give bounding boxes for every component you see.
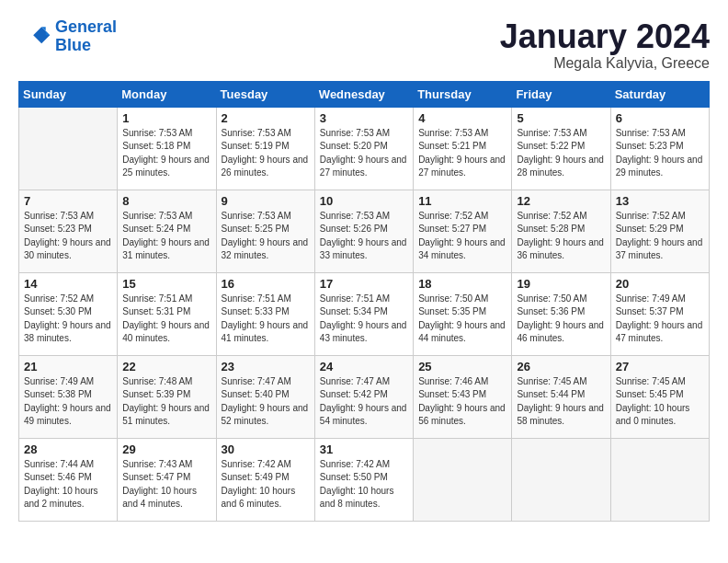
day-info: Sunrise: 7:53 AMSunset: 5:19 PMDaylight:… <box>222 127 310 180</box>
day-number: 19 <box>517 277 605 291</box>
week-row-1: 7Sunrise: 7:53 AMSunset: 5:23 PMDaylight… <box>19 190 710 272</box>
day-info: Sunrise: 7:51 AMSunset: 5:31 PMDaylight:… <box>122 293 210 346</box>
day-number: 8 <box>122 194 210 208</box>
calendar-cell: 24Sunrise: 7:47 AMSunset: 5:42 PMDayligh… <box>314 355 413 438</box>
title-area: January 2024 Megala Kalyvia, Greece <box>500 18 710 72</box>
calendar-cell: 20Sunrise: 7:49 AMSunset: 5:37 PMDayligh… <box>610 272 709 355</box>
day-info: Sunrise: 7:47 AMSunset: 5:40 PMDaylight:… <box>222 375 310 429</box>
day-number: 4 <box>418 111 506 125</box>
calendar-cell: 10Sunrise: 7:53 AMSunset: 5:26 PMDayligh… <box>314 190 413 272</box>
day-info: Sunrise: 7:52 AMSunset: 5:29 PMDaylight:… <box>616 210 704 263</box>
calendar-cell: 4Sunrise: 7:53 AMSunset: 5:21 PMDaylight… <box>414 107 512 190</box>
day-number: 5 <box>517 111 605 125</box>
day-number: 18 <box>418 277 506 291</box>
calendar-cell: 21Sunrise: 7:49 AMSunset: 5:38 PMDayligh… <box>19 355 118 438</box>
day-info: Sunrise: 7:53 AMSunset: 5:21 PMDaylight:… <box>418 127 506 180</box>
day-info: Sunrise: 7:53 AMSunset: 5:18 PMDaylight:… <box>122 127 210 180</box>
calendar-cell: 1Sunrise: 7:53 AMSunset: 5:18 PMDaylight… <box>118 107 216 190</box>
day-number: 10 <box>320 194 408 208</box>
day-number: 12 <box>517 194 605 208</box>
day-number: 1 <box>122 111 210 125</box>
header-row: SundayMondayTuesdayWednesdayThursdayFrid… <box>19 81 710 107</box>
day-info: Sunrise: 7:47 AMSunset: 5:42 PMDaylight:… <box>320 375 408 429</box>
day-info: Sunrise: 7:53 AMSunset: 5:23 PMDaylight:… <box>24 210 112 263</box>
location: Megala Kalyvia, Greece <box>500 55 710 72</box>
header-day-sunday: Sunday <box>19 81 118 107</box>
header: General Blue January 2024 Megala Kalyvia… <box>18 18 710 72</box>
calendar-cell: 2Sunrise: 7:53 AMSunset: 5:19 PMDaylight… <box>216 107 314 190</box>
calendar-cell: 30Sunrise: 7:42 AMSunset: 5:49 PMDayligh… <box>216 438 314 521</box>
calendar-cell: 15Sunrise: 7:51 AMSunset: 5:31 PMDayligh… <box>118 272 216 355</box>
day-number: 9 <box>222 194 310 208</box>
day-info: Sunrise: 7:53 AMSunset: 5:23 PMDaylight:… <box>616 127 704 180</box>
day-number: 14 <box>24 277 112 291</box>
calendar-cell: 18Sunrise: 7:50 AMSunset: 5:35 PMDayligh… <box>414 272 512 355</box>
day-number: 27 <box>616 360 704 373</box>
day-number: 20 <box>616 277 704 291</box>
header-day-wednesday: Wednesday <box>314 81 413 107</box>
header-day-saturday: Saturday <box>610 81 709 107</box>
calendar-cell <box>19 107 118 190</box>
day-number: 28 <box>24 442 112 456</box>
header-day-friday: Friday <box>512 81 610 107</box>
day-number: 6 <box>616 111 704 125</box>
calendar-cell: 12Sunrise: 7:52 AMSunset: 5:28 PMDayligh… <box>512 190 610 272</box>
month-title: January 2024 <box>500 18 710 55</box>
calendar-cell: 14Sunrise: 7:52 AMSunset: 5:30 PMDayligh… <box>19 272 118 355</box>
calendar-cell: 29Sunrise: 7:43 AMSunset: 5:47 PMDayligh… <box>118 438 216 521</box>
day-info: Sunrise: 7:49 AMSunset: 5:37 PMDaylight:… <box>616 293 704 346</box>
logo-line2: Blue <box>55 36 91 54</box>
day-number: 3 <box>320 111 408 125</box>
day-number: 16 <box>222 277 310 291</box>
calendar-cell: 19Sunrise: 7:50 AMSunset: 5:36 PMDayligh… <box>512 272 610 355</box>
header-day-monday: Monday <box>118 81 216 107</box>
day-info: Sunrise: 7:42 AMSunset: 5:49 PMDaylight:… <box>222 458 310 511</box>
day-number: 26 <box>517 360 605 373</box>
day-info: Sunrise: 7:45 AMSunset: 5:44 PMDaylight:… <box>517 375 605 429</box>
day-info: Sunrise: 7:46 AMSunset: 5:43 PMDaylight:… <box>418 375 506 429</box>
week-row-4: 28Sunrise: 7:44 AMSunset: 5:46 PMDayligh… <box>19 438 710 521</box>
day-number: 7 <box>24 194 112 208</box>
day-info: Sunrise: 7:53 AMSunset: 5:25 PMDaylight:… <box>222 210 310 263</box>
day-info: Sunrise: 7:42 AMSunset: 5:50 PMDaylight:… <box>320 458 408 511</box>
day-number: 30 <box>222 442 310 456</box>
day-number: 24 <box>320 360 408 373</box>
day-info: Sunrise: 7:50 AMSunset: 5:35 PMDaylight:… <box>418 293 506 346</box>
calendar-cell: 11Sunrise: 7:52 AMSunset: 5:27 PMDayligh… <box>414 190 512 272</box>
day-info: Sunrise: 7:53 AMSunset: 5:20 PMDaylight:… <box>320 127 408 180</box>
calendar-cell: 28Sunrise: 7:44 AMSunset: 5:46 PMDayligh… <box>19 438 118 521</box>
day-info: Sunrise: 7:50 AMSunset: 5:36 PMDaylight:… <box>517 293 605 346</box>
day-info: Sunrise: 7:43 AMSunset: 5:47 PMDaylight:… <box>122 458 210 511</box>
calendar-table: SundayMondayTuesdayWednesdayThursdayFrid… <box>18 81 710 522</box>
day-number: 31 <box>320 442 408 456</box>
day-number: 23 <box>222 360 310 373</box>
day-number: 29 <box>122 442 210 456</box>
day-number: 2 <box>222 111 310 125</box>
calendar-cell: 27Sunrise: 7:45 AMSunset: 5:45 PMDayligh… <box>610 355 709 438</box>
week-row-3: 21Sunrise: 7:49 AMSunset: 5:38 PMDayligh… <box>19 355 710 438</box>
day-number: 25 <box>418 360 506 373</box>
day-number: 21 <box>24 360 112 373</box>
day-info: Sunrise: 7:48 AMSunset: 5:39 PMDaylight:… <box>122 375 210 429</box>
logo: General Blue <box>18 18 117 55</box>
calendar-cell: 8Sunrise: 7:53 AMSunset: 5:24 PMDaylight… <box>118 190 216 272</box>
calendar-cell: 23Sunrise: 7:47 AMSunset: 5:40 PMDayligh… <box>216 355 314 438</box>
calendar-cell: 25Sunrise: 7:46 AMSunset: 5:43 PMDayligh… <box>414 355 512 438</box>
calendar-cell <box>512 438 610 521</box>
week-row-2: 14Sunrise: 7:52 AMSunset: 5:30 PMDayligh… <box>19 272 710 355</box>
day-info: Sunrise: 7:53 AMSunset: 5:26 PMDaylight:… <box>320 210 408 263</box>
day-info: Sunrise: 7:53 AMSunset: 5:22 PMDaylight:… <box>517 127 605 180</box>
day-info: Sunrise: 7:45 AMSunset: 5:45 PMDaylight:… <box>616 375 704 429</box>
calendar-cell: 3Sunrise: 7:53 AMSunset: 5:20 PMDaylight… <box>314 107 413 190</box>
day-info: Sunrise: 7:52 AMSunset: 5:30 PMDaylight:… <box>24 293 112 346</box>
day-info: Sunrise: 7:52 AMSunset: 5:28 PMDaylight:… <box>517 210 605 263</box>
day-number: 17 <box>320 277 408 291</box>
calendar-cell: 6Sunrise: 7:53 AMSunset: 5:23 PMDaylight… <box>610 107 709 190</box>
calendar-cell: 26Sunrise: 7:45 AMSunset: 5:44 PMDayligh… <box>512 355 610 438</box>
calendar-cell: 17Sunrise: 7:51 AMSunset: 5:34 PMDayligh… <box>314 272 413 355</box>
header-day-thursday: Thursday <box>414 81 512 107</box>
day-info: Sunrise: 7:49 AMSunset: 5:38 PMDaylight:… <box>24 375 112 429</box>
day-info: Sunrise: 7:44 AMSunset: 5:46 PMDaylight:… <box>24 458 112 511</box>
calendar-cell: 13Sunrise: 7:52 AMSunset: 5:29 PMDayligh… <box>610 190 709 272</box>
day-number: 22 <box>122 360 210 373</box>
